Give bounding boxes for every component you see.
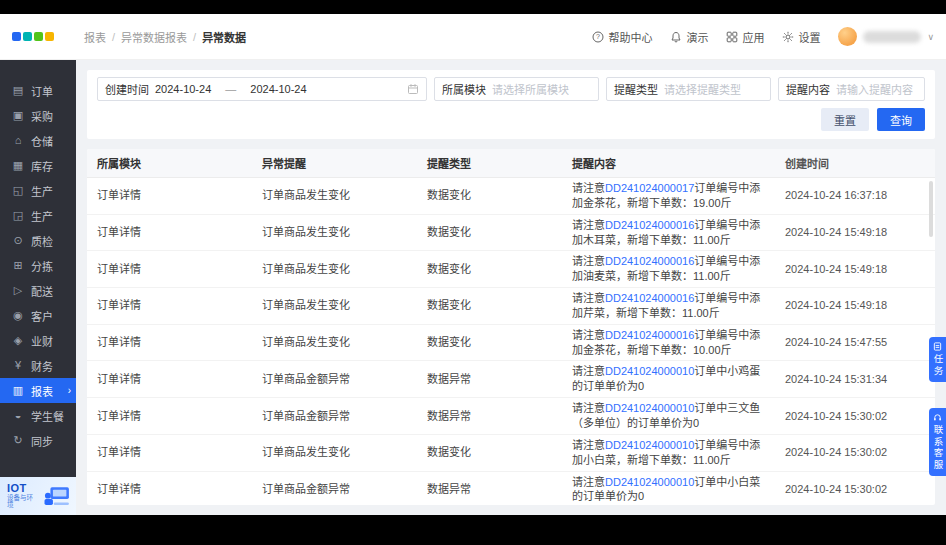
demo-button[interactable]: 演示 bbox=[670, 29, 708, 45]
sidebar-item-warehouse[interactable]: ⌂仓储 bbox=[0, 128, 76, 153]
table-row[interactable]: 订单详情 订单商品发生变化 数据变化 请注意DD241024000010订单编号… bbox=[87, 435, 935, 472]
type-filter-select[interactable]: 提醒类型 请选择提醒类型 bbox=[606, 77, 771, 101]
content-filter-input[interactable]: 提醒内容 请输入提醒内容 bbox=[778, 77, 925, 101]
cell-alert: 订单商品发生变化 bbox=[252, 295, 417, 316]
settings-button[interactable]: 设置 bbox=[782, 29, 820, 45]
column-content: 提醒内容 bbox=[562, 149, 775, 177]
sidebar-item-orders[interactable]: ▤订单 bbox=[0, 78, 76, 103]
iot-widget[interactable]: IOT 设备与环境 bbox=[0, 477, 76, 515]
content-text: 请注意 bbox=[572, 365, 605, 377]
table-body: 订单详情 订单商品发生变化 数据变化 请注意DD241024000017订单编号… bbox=[87, 178, 935, 505]
sidebar-item-production-2[interactable]: ◲生产 bbox=[0, 203, 76, 228]
cell-type: 数据变化 bbox=[417, 332, 562, 353]
tasks-tab[interactable]: 任务 bbox=[929, 337, 946, 382]
order-link[interactable]: DD241024000010 bbox=[605, 439, 694, 451]
table-row[interactable]: 订单详情 订单商品发生变化 数据变化 请注意DD241024000016订单编号… bbox=[87, 325, 935, 362]
order-link[interactable]: DD241024000017 bbox=[605, 182, 694, 194]
scrollbar[interactable] bbox=[929, 181, 933, 237]
date-range-filter[interactable]: 创建时间 2024-10-24 — 2024-10-24 bbox=[97, 77, 427, 101]
sidebar-item-label: 采购 bbox=[31, 108, 53, 124]
sidebar-item-business-finance[interactable]: ◈业财 bbox=[0, 328, 76, 353]
table-row[interactable]: 订单详情 订单商品金额异常 数据异常 请注意DD241024000010订单中小… bbox=[87, 472, 935, 506]
cell-module: 订单详情 bbox=[87, 259, 252, 280]
help-center-button[interactable]: ? 帮助中心 bbox=[592, 29, 652, 45]
contact-service-tab[interactable]: 联系客服 bbox=[929, 408, 946, 476]
orders-icon: ▤ bbox=[12, 85, 24, 96]
breadcrumb-item-reports[interactable]: 报表 bbox=[84, 29, 106, 45]
bottom-letterbox bbox=[0, 515, 946, 545]
cell-type: 数据异常 bbox=[417, 406, 562, 427]
content-filter-placeholder: 请输入提醒内容 bbox=[836, 81, 913, 97]
sidebar-item-customers[interactable]: ◉客户 bbox=[0, 303, 76, 328]
table-row[interactable]: 订单详情 订单商品发生变化 数据变化 请注意DD241024000016订单编号… bbox=[87, 288, 935, 325]
sidebar-item-label: 订单 bbox=[31, 83, 53, 99]
sidebar-item-sync[interactable]: ↻同步 bbox=[0, 428, 76, 453]
sidebar-item-finance[interactable]: ¥财务 bbox=[0, 353, 76, 378]
order-link[interactable]: DD241024000010 bbox=[605, 365, 694, 377]
table-row[interactable]: 订单详情 订单商品发生变化 数据变化 请注意DD241024000016订单编号… bbox=[87, 251, 935, 288]
cell-type: 数据变化 bbox=[417, 295, 562, 316]
student-meals-icon: ◒ bbox=[12, 410, 24, 421]
date-start-value: 2024-10-24 bbox=[155, 83, 211, 95]
main-content: 创建时间 2024-10-24 — 2024-10-24 所属模块 请选择所属模… bbox=[76, 60, 946, 515]
user-menu[interactable]: ∨ bbox=[838, 27, 934, 46]
demo-label: 演示 bbox=[686, 29, 708, 45]
task-icon bbox=[933, 342, 942, 351]
order-link[interactable]: DD241024000016 bbox=[605, 329, 694, 341]
topbar-actions: ? 帮助中心 演示 应用 设置 ∨ bbox=[592, 27, 934, 46]
table-row[interactable]: 订单详情 订单商品发生变化 数据变化 请注意DD241024000017订单编号… bbox=[87, 178, 935, 215]
cell-alert: 订单商品发生变化 bbox=[252, 222, 417, 243]
sidebar-item-student-meals[interactable]: ◒学生餐 bbox=[0, 403, 76, 428]
content-text: 请注意 bbox=[572, 292, 605, 304]
sidebar-item-label: 分拣 bbox=[31, 258, 53, 274]
logo-block bbox=[23, 32, 32, 41]
order-link[interactable]: DD241024000016 bbox=[605, 255, 694, 267]
apps-button[interactable]: 应用 bbox=[726, 29, 764, 45]
app-logo[interactable] bbox=[12, 32, 54, 41]
order-link[interactable]: DD241024000010 bbox=[605, 476, 694, 488]
cell-module: 订单详情 bbox=[87, 442, 252, 463]
order-link[interactable]: DD241024000016 bbox=[605, 219, 694, 231]
cell-module: 订单详情 bbox=[87, 332, 252, 353]
sidebar-item-label: 报表 bbox=[31, 383, 53, 399]
sidebar-item-purchase[interactable]: ▣采购 bbox=[0, 103, 76, 128]
order-link[interactable]: DD241024000016 bbox=[605, 292, 694, 304]
sidebar-item-label: 生产 bbox=[31, 208, 53, 224]
content-text: 请注意 bbox=[572, 476, 605, 488]
cell-module: 订单详情 bbox=[87, 479, 252, 500]
reset-button[interactable]: 重置 bbox=[821, 108, 869, 131]
content-filter-label: 提醒内容 bbox=[786, 81, 830, 97]
settings-label: 设置 bbox=[798, 29, 820, 45]
query-button[interactable]: 查询 bbox=[877, 108, 925, 131]
cell-alert: 订单商品发生变化 bbox=[252, 332, 417, 353]
breadcrumb-item-abnormal-report[interactable]: 异常数据报表 bbox=[121, 29, 187, 45]
content-text: 请注意 bbox=[572, 255, 605, 267]
sidebar-item-quality[interactable]: ⊙质检 bbox=[0, 228, 76, 253]
production-icon: ◱ bbox=[12, 185, 24, 196]
type-filter-placeholder: 请选择提醒类型 bbox=[664, 81, 741, 97]
order-link[interactable]: DD241024000010 bbox=[605, 402, 694, 414]
finance-icon: ¥ bbox=[12, 360, 24, 371]
cell-alert: 订单商品金额异常 bbox=[252, 479, 417, 500]
content-text: 请注意 bbox=[572, 402, 605, 414]
sidebar-item-reports[interactable]: ▥报表› bbox=[0, 378, 76, 403]
customers-icon: ◉ bbox=[12, 310, 24, 321]
sidebar-item-production-1[interactable]: ◱生产 bbox=[0, 178, 76, 203]
sidebar-item-label: 学生餐 bbox=[31, 408, 64, 424]
chevron-down-icon: ∨ bbox=[927, 32, 934, 42]
table-row[interactable]: 订单详情 订单商品金额异常 数据异常 请注意DD241024000010订单中小… bbox=[87, 361, 935, 398]
sidebar-item-delivery[interactable]: ▷配送 bbox=[0, 278, 76, 303]
table-row[interactable]: 订单详情 订单商品金额异常 数据异常 请注意DD241024000010订单中三… bbox=[87, 398, 935, 435]
table-row[interactable]: 订单详情 订单商品发生变化 数据变化 请注意DD241024000016订单编号… bbox=[87, 215, 935, 252]
cell-time: 2024-10-24 15:30:02 bbox=[775, 479, 935, 500]
sidebar-item-label: 业财 bbox=[31, 333, 53, 349]
logo-block bbox=[34, 32, 43, 41]
production-icon: ◲ bbox=[12, 210, 24, 221]
screen: 报表 / 异常数据报表 / 异常数据 ? 帮助中心 演示 应用 bbox=[0, 0, 946, 545]
content-text: 请注意 bbox=[572, 329, 605, 341]
cell-content: 请注意DD241024000016订单编号中添加木耳菜，新增下单数：11.00斤 bbox=[562, 215, 775, 251]
module-filter-select[interactable]: 所属模块 请选择所属模块 bbox=[434, 77, 599, 101]
sidebar-item-inventory[interactable]: ▦库存 bbox=[0, 153, 76, 178]
sidebar-item-sorting[interactable]: ⊞分拣 bbox=[0, 253, 76, 278]
sidebar-item-label: 同步 bbox=[31, 433, 53, 449]
